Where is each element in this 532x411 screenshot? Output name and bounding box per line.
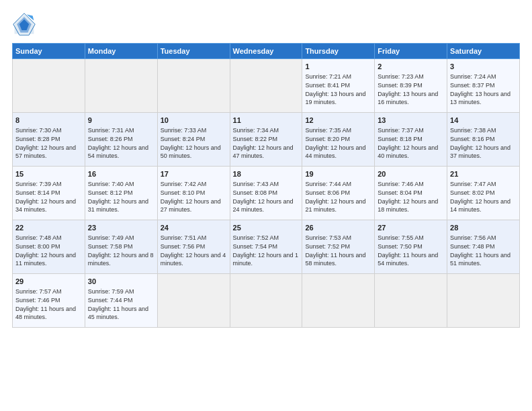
- sunrise-text: Sunrise: 7:33 AM: [161, 127, 207, 134]
- calendar-cell: 25Sunrise: 7:52 AMSunset: 7:54 PMDayligh…: [230, 220, 302, 274]
- calendar-cell: [157, 274, 230, 328]
- sunrise-text: Sunrise: 7:31 AM: [88, 127, 134, 134]
- daylight-text: Daylight: 12 hours and 47 minutes.: [233, 144, 294, 160]
- daylight-text: Daylight: 12 hours and 8 minutes.: [88, 252, 154, 267]
- sunrise-text: Sunrise: 7:57 AM: [15, 288, 62, 295]
- day-number: 17: [161, 169, 227, 179]
- day-number: 14: [450, 116, 517, 126]
- day-number: 15: [15, 169, 82, 179]
- calendar-cell: [157, 59, 230, 113]
- sunset-text: Sunset: 8:02 PM: [450, 189, 495, 196]
- sunset-text: Sunset: 8:10 PM: [161, 189, 206, 196]
- daylight-text: Daylight: 13 hours and 16 minutes.: [378, 91, 438, 106]
- calendar-cell: [85, 59, 157, 113]
- logo: [12, 12, 40, 36]
- calendar-week-row: 15Sunrise: 7:39 AMSunset: 8:14 PMDayligh…: [13, 167, 520, 220]
- calendar-cell: [13, 59, 85, 113]
- sunrise-text: Sunrise: 7:34 AM: [233, 127, 279, 134]
- day-number: 27: [378, 223, 444, 233]
- day-number: 13: [378, 116, 444, 126]
- sunrise-text: Sunrise: 7:46 AM: [378, 181, 424, 187]
- calendar-week-row: 8Sunrise: 7:30 AMSunset: 8:28 PMDaylight…: [13, 113, 520, 167]
- calendar-cell: [230, 274, 302, 328]
- calendar-cell: 13Sunrise: 7:37 AMSunset: 8:18 PMDayligh…: [375, 113, 447, 167]
- calendar-cell: 27Sunrise: 7:55 AMSunset: 7:50 PMDayligh…: [375, 220, 447, 274]
- calendar-cell: 11Sunrise: 7:34 AMSunset: 8:22 PMDayligh…: [230, 113, 302, 167]
- daylight-text: Daylight: 11 hours and 48 minutes.: [15, 306, 76, 321]
- day-number: 26: [305, 223, 371, 233]
- daylight-text: Daylight: 12 hours and 44 minutes.: [305, 144, 365, 160]
- calendar-cell: 21Sunrise: 7:47 AMSunset: 8:02 PMDayligh…: [447, 167, 520, 220]
- sunset-text: Sunset: 7:54 PM: [233, 243, 278, 250]
- sunset-text: Sunset: 7:58 PM: [88, 243, 133, 250]
- calendar-cell: 12Sunrise: 7:35 AMSunset: 8:20 PMDayligh…: [302, 113, 375, 167]
- daylight-text: Daylight: 13 hours and 13 minutes.: [450, 91, 511, 106]
- daylight-text: Daylight: 12 hours and 57 minutes.: [15, 144, 76, 160]
- sunset-text: Sunset: 8:39 PM: [378, 82, 423, 89]
- calendar-table: SundayMondayTuesdayWednesdayThursdayFrid…: [12, 43, 520, 328]
- sunset-text: Sunset: 7:52 PM: [305, 243, 350, 250]
- sunset-text: Sunset: 8:04 PM: [378, 189, 423, 196]
- sunrise-text: Sunrise: 7:49 AM: [88, 234, 134, 241]
- sunrise-text: Sunrise: 7:40 AM: [88, 181, 134, 187]
- daylight-text: Daylight: 11 hours and 45 minutes.: [88, 306, 148, 321]
- day-number: 9: [88, 116, 154, 126]
- weekday-header-wednesday: Wednesday: [230, 44, 302, 59]
- sunset-text: Sunset: 8:37 PM: [450, 82, 495, 89]
- day-number: 29: [15, 277, 82, 287]
- calendar-cell: 16Sunrise: 7:40 AMSunset: 8:12 PMDayligh…: [85, 167, 157, 220]
- daylight-text: Daylight: 12 hours and 21 minutes.: [305, 198, 365, 214]
- calendar-cell: 18Sunrise: 7:43 AMSunset: 8:08 PMDayligh…: [230, 167, 302, 220]
- sunrise-text: Sunrise: 7:39 AM: [15, 181, 62, 187]
- calendar-cell: 30Sunrise: 7:59 AMSunset: 7:44 PMDayligh…: [85, 274, 157, 328]
- sunset-text: Sunset: 8:26 PM: [88, 136, 133, 142]
- day-number: 23: [88, 223, 154, 233]
- daylight-text: Daylight: 12 hours and 14 minutes.: [450, 198, 511, 214]
- calendar-cell: [375, 274, 447, 328]
- sunrise-text: Sunrise: 7:52 AM: [233, 234, 279, 241]
- sunset-text: Sunset: 7:50 PM: [378, 243, 423, 250]
- sunset-text: Sunset: 8:08 PM: [233, 189, 278, 196]
- sunset-text: Sunset: 8:41 PM: [305, 82, 350, 89]
- daylight-text: Daylight: 11 hours and 51 minutes.: [450, 252, 511, 267]
- weekday-header-monday: Monday: [85, 44, 157, 59]
- daylight-text: Daylight: 12 hours and 1 minute.: [233, 252, 299, 267]
- calendar-cell: 22Sunrise: 7:48 AMSunset: 8:00 PMDayligh…: [13, 220, 85, 274]
- day-number: 30: [88, 277, 154, 287]
- daylight-text: Daylight: 12 hours and 18 minutes.: [378, 198, 438, 214]
- day-number: 21: [450, 169, 517, 179]
- sunrise-text: Sunrise: 7:37 AM: [378, 127, 424, 134]
- calendar-week-row: 29Sunrise: 7:57 AMSunset: 7:46 PMDayligh…: [13, 274, 520, 328]
- day-number: 24: [161, 223, 227, 233]
- sunset-text: Sunset: 8:14 PM: [15, 189, 60, 196]
- sunrise-text: Sunrise: 7:35 AM: [305, 127, 351, 134]
- sunrise-text: Sunrise: 7:47 AM: [450, 181, 496, 187]
- day-number: 2: [378, 62, 444, 72]
- calendar-cell: 14Sunrise: 7:38 AMSunset: 8:16 PMDayligh…: [447, 113, 520, 167]
- calendar-cell: 26Sunrise: 7:53 AMSunset: 7:52 PMDayligh…: [302, 220, 375, 274]
- sunset-text: Sunset: 8:16 PM: [450, 136, 495, 142]
- calendar-cell: 8Sunrise: 7:30 AMSunset: 8:28 PMDaylight…: [13, 113, 85, 167]
- daylight-text: Daylight: 12 hours and 11 minutes.: [15, 252, 76, 267]
- daylight-text: Daylight: 12 hours and 31 minutes.: [88, 198, 148, 214]
- logo-icon: [12, 12, 36, 36]
- page: SundayMondayTuesdayWednesdayThursdayFrid…: [0, 0, 532, 411]
- day-number: 20: [378, 169, 444, 179]
- daylight-text: Daylight: 12 hours and 54 minutes.: [88, 144, 148, 160]
- calendar-cell: 23Sunrise: 7:49 AMSunset: 7:58 PMDayligh…: [85, 220, 157, 274]
- daylight-text: Daylight: 12 hours and 24 minutes.: [233, 198, 294, 214]
- day-number: 16: [88, 169, 154, 179]
- daylight-text: Daylight: 12 hours and 34 minutes.: [15, 198, 76, 214]
- sunset-text: Sunset: 8:12 PM: [88, 189, 133, 196]
- day-number: 3: [450, 62, 517, 72]
- sunrise-text: Sunrise: 7:56 AM: [450, 234, 496, 241]
- daylight-text: Daylight: 11 hours and 58 minutes.: [305, 252, 365, 267]
- daylight-text: Daylight: 12 hours and 37 minutes.: [450, 144, 511, 160]
- sunset-text: Sunset: 8:22 PM: [233, 136, 278, 142]
- sunset-text: Sunset: 8:24 PM: [161, 136, 206, 142]
- sunrise-text: Sunrise: 7:48 AM: [15, 234, 62, 241]
- sunset-text: Sunset: 7:46 PM: [15, 297, 60, 304]
- sunrise-text: Sunrise: 7:42 AM: [161, 181, 207, 187]
- calendar-cell: 29Sunrise: 7:57 AMSunset: 7:46 PMDayligh…: [13, 274, 85, 328]
- calendar-week-row: 22Sunrise: 7:48 AMSunset: 8:00 PMDayligh…: [13, 220, 520, 274]
